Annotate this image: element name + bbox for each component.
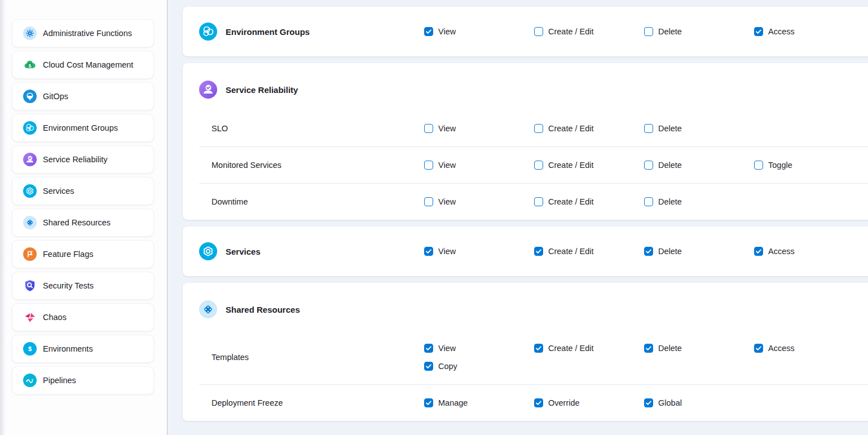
perm-delete[interactable]: Delete (644, 344, 754, 353)
sidebar-item-cloud-cost-management[interactable]: $Cloud Cost Management (12, 51, 154, 79)
perm-view[interactable]: View (424, 247, 534, 256)
section-header: Service Reliability (183, 63, 868, 110)
perm-label: Create / Edit (548, 344, 594, 353)
checked-checkbox-icon[interactable] (424, 247, 433, 256)
perm-view[interactable]: View (424, 344, 534, 353)
unchecked-checkbox-icon[interactable] (644, 27, 653, 36)
checked-checkbox-icon[interactable] (424, 398, 433, 407)
resource-row-templates: TemplatesViewCreate / EditDeleteAccessCo… (183, 330, 868, 384)
sidebar-item-environments[interactable]: $Environments (12, 335, 154, 363)
perm-toggle[interactable]: Toggle (754, 161, 864, 170)
sidebar-item-feature-flags[interactable]: Feature Flags (12, 240, 154, 268)
unchecked-checkbox-icon[interactable] (534, 124, 543, 133)
perm-view[interactable]: View (424, 27, 534, 36)
checked-checkbox-icon[interactable] (644, 398, 653, 407)
sidebar-item-shared-resources[interactable]: Shared Resources (12, 208, 154, 237)
perm-create-edit[interactable]: Create / Edit (534, 27, 644, 36)
perm-manage[interactable]: Manage (424, 398, 534, 407)
sidebar-item-label: Environments (43, 344, 93, 353)
sidebar-item-security-tests[interactable]: Security Tests (12, 272, 154, 300)
chaos-icon (23, 310, 37, 324)
sidebar-item-services[interactable]: Services (12, 177, 154, 205)
resource-label: Deployment Freeze (183, 398, 424, 407)
perm-view[interactable]: View (424, 124, 534, 133)
svg-text:$: $ (28, 63, 32, 69)
perm-access[interactable]: Access (754, 27, 864, 36)
perm-label: Delete (658, 124, 682, 133)
perm-access[interactable]: Access (754, 344, 864, 353)
resource-label: SLO (183, 124, 424, 133)
permission-grid: ViewCreate / EditDeleteAccess (424, 247, 864, 256)
permission-grid: ViewCreate / EditDeleteToggle (424, 161, 864, 170)
checked-checkbox-icon[interactable] (424, 27, 433, 36)
perm-view[interactable]: View (424, 197, 534, 206)
sidebar-item-label: GitOps (43, 92, 68, 101)
checked-checkbox-icon[interactable] (754, 344, 763, 353)
feature-flags-icon (23, 247, 37, 261)
perm-copy[interactable]: Copy (424, 362, 534, 371)
module-list: Administrative Functions$Cloud Cost Mana… (0, 0, 167, 394)
perm-delete[interactable]: Delete (644, 161, 754, 170)
perm-global[interactable]: Global (644, 398, 754, 407)
unchecked-checkbox-icon[interactable] (534, 197, 543, 206)
unchecked-checkbox-icon[interactable] (534, 27, 543, 36)
unchecked-checkbox-icon[interactable] (644, 124, 653, 133)
sidebar-item-label: Environment Groups (43, 123, 118, 132)
perm-label: Delete (658, 344, 682, 353)
checked-checkbox-icon[interactable] (754, 247, 763, 256)
sidebar: Administrative Functions$Cloud Cost Mana… (0, 0, 168, 435)
resource-label: Templates (183, 353, 424, 362)
perm-access[interactable]: Access (754, 247, 864, 256)
unchecked-checkbox-icon[interactable] (644, 197, 653, 206)
unchecked-checkbox-icon[interactable] (644, 161, 653, 170)
checked-checkbox-icon[interactable] (534, 398, 543, 407)
section-title-zone: Environment Groups (183, 23, 424, 41)
section-header: ServicesViewCreate / EditDeleteAccess (183, 242, 868, 260)
perm-label: Copy (438, 362, 457, 371)
section-title: Environment Groups (226, 27, 310, 37)
unchecked-checkbox-icon[interactable] (534, 161, 543, 170)
section-title: Shared Resources (226, 305, 300, 314)
perm-create-edit[interactable]: Create / Edit (534, 197, 644, 206)
checked-checkbox-icon[interactable] (644, 344, 653, 353)
perm-create-edit[interactable]: Create / Edit (534, 247, 644, 256)
sidebar-item-gitops[interactable]: GitOps (12, 82, 154, 110)
checked-checkbox-icon[interactable] (534, 344, 543, 353)
services-icon (199, 242, 217, 260)
checked-checkbox-icon[interactable] (754, 27, 763, 36)
perm-create-edit[interactable]: Create / Edit (534, 344, 644, 353)
perm-delete[interactable]: Delete (644, 247, 754, 256)
perm-label: Override (548, 398, 580, 407)
perm-view[interactable]: View (424, 161, 534, 170)
sidebar-item-environment-groups[interactable]: Environment Groups (12, 114, 154, 142)
sidebar-item-chaos[interactable]: Chaos (12, 303, 154, 331)
perm-create-edit[interactable]: Create / Edit (534, 161, 644, 170)
sidebar-item-service-reliability[interactable]: Service Reliability (12, 145, 154, 174)
unchecked-checkbox-icon[interactable] (754, 161, 763, 170)
perm-label: Toggle (768, 161, 792, 170)
perm-delete[interactable]: Delete (644, 124, 754, 133)
perm-label: Delete (658, 27, 682, 36)
service-reliability-icon (23, 153, 37, 166)
resource-row-deployment-freeze: Deployment FreezeManageOverrideGlobal (183, 385, 868, 421)
left-edge-gradient (0, 0, 6, 435)
section-title-zone: Services (183, 242, 424, 260)
perm-delete[interactable]: Delete (644, 27, 754, 36)
perm-label: Delete (658, 197, 682, 206)
checked-checkbox-icon[interactable] (644, 247, 653, 256)
perm-label: Create / Edit (548, 124, 594, 133)
perm-label: View (438, 161, 456, 170)
perm-label: Delete (658, 247, 682, 256)
perm-delete[interactable]: Delete (644, 197, 754, 206)
checked-checkbox-icon[interactable] (534, 247, 543, 256)
section-card-shared-resources: Shared ResourcesTemplatesViewCreate / Ed… (183, 283, 868, 421)
checked-checkbox-icon[interactable] (424, 362, 433, 371)
unchecked-checkbox-icon[interactable] (424, 197, 433, 206)
perm-create-edit[interactable]: Create / Edit (534, 124, 644, 133)
sidebar-item-pipelines[interactable]: Pipelines (12, 366, 154, 394)
unchecked-checkbox-icon[interactable] (424, 161, 433, 170)
sidebar-item-administrative-functions[interactable]: Administrative Functions (12, 19, 154, 47)
perm-override[interactable]: Override (534, 398, 644, 407)
checked-checkbox-icon[interactable] (424, 344, 433, 353)
unchecked-checkbox-icon[interactable] (424, 124, 433, 133)
